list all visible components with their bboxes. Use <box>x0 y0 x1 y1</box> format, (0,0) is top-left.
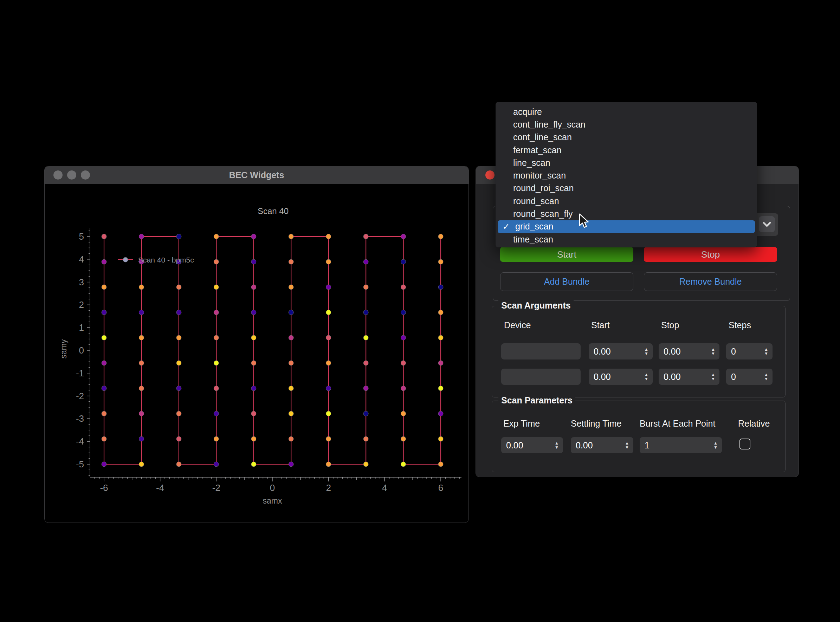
start-spinbox-value: 0.00 <box>589 346 644 357</box>
menu-item-acquire[interactable]: acquire <box>495 105 757 118</box>
data-point <box>401 386 406 391</box>
relative-checkbox[interactable] <box>739 439 750 450</box>
tick-labels: -6-4-20246543210-1-2-3-4-5 <box>76 231 443 493</box>
data-point <box>438 310 443 315</box>
legend-label: Scan 40 - bpm5c <box>138 256 194 264</box>
spinner-arrows-icon[interactable]: ▲▼ <box>713 441 722 449</box>
combobox-dropdown-button[interactable] <box>759 216 775 232</box>
data-point <box>251 436 256 441</box>
add-bundle-button[interactable]: Add Bundle <box>500 272 633 291</box>
spinner-arrows-icon[interactable]: ▲▼ <box>644 348 652 355</box>
x-tick-label: 4 <box>382 482 387 493</box>
menu-item-cont_line_scan[interactable]: cont_line_scan <box>495 131 757 144</box>
data-point <box>139 310 144 315</box>
menu-item-line_scan[interactable]: line_scan <box>495 156 757 169</box>
data-point <box>214 335 219 340</box>
data-point <box>401 462 406 466</box>
left-window-titlebar[interactable]: BEC Widgets <box>45 166 468 184</box>
data-point <box>251 411 256 416</box>
menu-item-label: cont_line_fly_scan <box>513 119 585 130</box>
column-label-stop: Stop <box>661 320 679 330</box>
data-point <box>251 361 256 366</box>
axes <box>87 228 462 482</box>
data-point <box>139 361 144 366</box>
exp-time-spinbox[interactable]: 0.00▲▼ <box>501 437 563 453</box>
menu-item-cont_line_fly_scan[interactable]: cont_line_fly_scan <box>495 118 757 131</box>
data-point <box>214 285 219 290</box>
data-point <box>102 234 107 239</box>
menu-item-fermat_scan[interactable]: fermat_scan <box>495 144 757 156</box>
data-point <box>401 285 406 290</box>
data-point <box>288 436 293 441</box>
stop-spinbox[interactable]: 0.00▲▼ <box>659 343 720 360</box>
y-tick-label: 0 <box>79 345 84 356</box>
close-button[interactable] <box>485 171 494 180</box>
steps-spinbox-value: 0 <box>726 346 764 357</box>
remove-bundle-button[interactable]: Remove Bundle <box>644 272 777 291</box>
spinner-arrows-icon[interactable]: ▲▼ <box>711 373 720 381</box>
spinner-arrows-icon[interactable]: ▲▼ <box>644 373 652 381</box>
menu-item-label: grid_scan <box>515 221 553 232</box>
scan-trajectory-line <box>104 236 441 464</box>
window-title: BEC Widgets <box>45 170 468 180</box>
data-point <box>401 234 406 239</box>
data-point <box>363 335 368 340</box>
data-point <box>288 361 293 366</box>
data-point <box>363 361 368 366</box>
start-spinbox[interactable]: 0.00▲▼ <box>589 369 652 385</box>
steps-spinbox[interactable]: 0▲▼ <box>726 343 773 360</box>
x-axis-label: samx <box>263 496 282 505</box>
menu-item-monitor_scan[interactable]: monitor_scan <box>495 169 757 182</box>
data-point <box>177 310 181 315</box>
minimize-button[interactable] <box>67 171 76 180</box>
start-spinbox[interactable]: 0.00▲▼ <box>589 343 652 360</box>
menu-item-label: acquire <box>513 107 542 117</box>
settling-time-spinbox[interactable]: 0.00▲▼ <box>571 437 633 453</box>
y-tick-label: -2 <box>76 391 84 401</box>
menu-item-round_scan_fly[interactable]: round_scan_fly <box>495 207 757 220</box>
data-point <box>214 361 219 366</box>
spinner-arrows-icon[interactable]: ▲▼ <box>555 441 563 449</box>
data-point <box>363 234 368 239</box>
burst-at-each-point-spinbox[interactable]: 1▲▼ <box>640 437 722 453</box>
data-point <box>363 310 368 315</box>
stop-button[interactable]: Stop <box>644 247 777 262</box>
menu-item-grid_scan[interactable]: ✓grid_scan <box>498 220 755 233</box>
data-point <box>102 462 107 466</box>
scan-plot[interactable]: -6-4-20246543210-1-2-3-4-5samxsamyScan 4… <box>45 184 468 522</box>
spinner-arrows-icon[interactable]: ▲▼ <box>764 373 773 381</box>
param-label-settling-time: Settling Time <box>571 419 622 429</box>
device-input[interactable] <box>501 343 581 360</box>
data-point <box>177 335 181 340</box>
spinner-arrows-icon[interactable]: ▲▼ <box>711 348 720 355</box>
data-point <box>139 234 144 239</box>
spinner-arrows-icon[interactable]: ▲▼ <box>625 441 633 449</box>
data-point <box>139 462 144 466</box>
data-point <box>251 310 256 315</box>
steps-spinbox[interactable]: 0▲▼ <box>726 369 773 385</box>
data-point <box>326 411 331 416</box>
close-button[interactable] <box>53 171 63 180</box>
data-point <box>288 386 293 391</box>
spinner-arrows-icon[interactable]: ▲▼ <box>764 348 773 355</box>
data-point <box>288 259 293 264</box>
x-tick-label: 2 <box>326 482 331 493</box>
menu-item-round_scan[interactable]: round_scan <box>495 195 757 207</box>
menu-item-time_scan[interactable]: time_scan <box>495 233 757 245</box>
stop-spinbox[interactable]: 0.00▲▼ <box>659 369 720 385</box>
data-point <box>401 411 406 416</box>
scan-arguments-group: Scan Arguments DeviceStartStopSteps0.00▲… <box>492 306 785 398</box>
menu-item-round_roi_scan[interactable]: round_roi_scan <box>495 182 757 195</box>
data-point <box>438 411 443 416</box>
plot-area[interactable]: -6-4-20246543210-1-2-3-4-5samxsamyScan 4… <box>45 184 468 523</box>
legend: Scan 40 - bpm5c <box>118 256 194 264</box>
zoom-button[interactable] <box>81 171 90 180</box>
device-input[interactable] <box>501 369 581 385</box>
y-tick-label: -4 <box>76 436 84 447</box>
data-point <box>102 259 107 264</box>
burst-at-each-point-spinbox-value: 1 <box>640 440 713 451</box>
start-button[interactable]: Start <box>500 247 633 262</box>
data-point <box>363 259 368 264</box>
data-point <box>326 259 331 264</box>
data-point <box>177 361 181 366</box>
